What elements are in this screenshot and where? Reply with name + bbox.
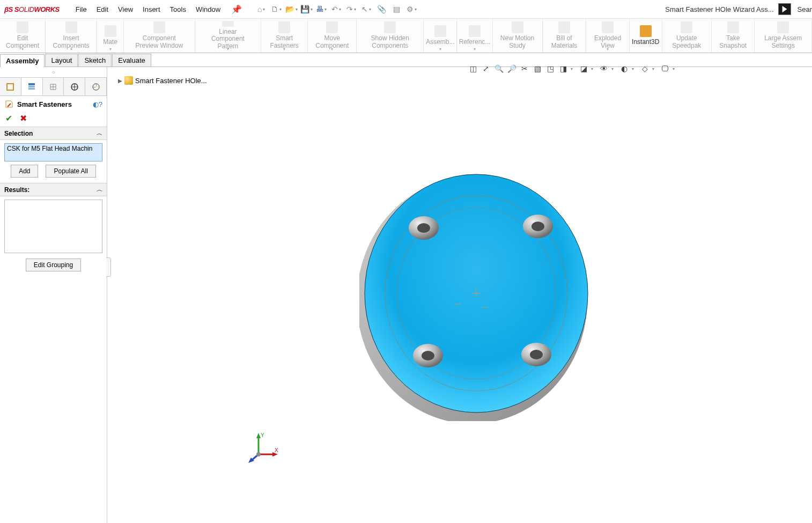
attach-icon[interactable]: 📎 xyxy=(374,3,389,15)
options-icon[interactable]: ⚙▾ xyxy=(404,3,419,15)
results-label: Results: xyxy=(4,186,29,194)
ribbon-icon xyxy=(469,25,481,37)
ribbon-label: Show Hidden Components xyxy=(363,35,417,50)
new-icon[interactable]: 🗋▾ xyxy=(269,3,284,15)
ribbon-icon xyxy=(558,21,570,33)
ribbon-label: Update Speedpak xyxy=(669,35,705,50)
ribbon-label: Mate xyxy=(103,39,117,46)
select-icon[interactable]: ↖▾ xyxy=(359,3,374,15)
undo-icon[interactable]: ↶▾ xyxy=(329,3,344,15)
ribbon-icon xyxy=(384,21,396,33)
ribbon-icon xyxy=(105,25,116,37)
pm-okcancel: ✔ ✖ xyxy=(0,112,107,127)
search-button[interactable] xyxy=(778,3,791,15)
ribbon-mate[interactable]: Mate▾ xyxy=(97,19,124,53)
ribbon-bill-of-materials[interactable]: Bill of Materials xyxy=(543,19,587,53)
ribbon-label: Component Preview Window xyxy=(130,35,188,50)
dropdown-icon: ▾ xyxy=(331,47,333,51)
flange-model[interactable] xyxy=(359,169,590,421)
ribbon-component-preview-window[interactable]: Component Preview Window xyxy=(124,19,195,53)
dropdown-icon: ▾ xyxy=(227,47,229,51)
svg-point-18 xyxy=(530,350,543,359)
svg-point-31 xyxy=(256,452,261,456)
ribbon-update-speedpak[interactable]: Update Speedpak xyxy=(662,19,712,53)
menu-tools[interactable]: Tools xyxy=(166,3,190,16)
title-area: Smart Fastener HOle Wizard Ass... Sear xyxy=(665,3,812,15)
ribbon-icon xyxy=(434,25,446,37)
svg-marker-24 xyxy=(256,433,261,438)
ribbon-insert-components[interactable]: Insert Components▾ xyxy=(46,19,97,53)
ok-button[interactable]: ✔ xyxy=(5,113,12,123)
chevron-up-icon: ︿ xyxy=(97,129,102,137)
selection-label: Selection xyxy=(4,130,33,137)
svg-rect-3 xyxy=(28,88,35,90)
dropdown-icon: ▾ xyxy=(109,47,112,51)
ribbon-label: Instant3D xyxy=(632,39,659,46)
ribbon-take-snapshot[interactable]: Take Snapshot xyxy=(712,19,755,53)
dropdown-icon: ▾ xyxy=(439,47,441,51)
ribbon-show-hidden-components[interactable]: Show Hidden Components xyxy=(357,19,424,53)
pm-title: Smart Fasteners xyxy=(17,100,72,108)
rebuild-icon[interactable]: ▤ xyxy=(389,3,404,15)
ribbon-instant3d[interactable]: Instant3D xyxy=(630,19,662,53)
ribbon-move-component[interactable]: Move Component▾ xyxy=(308,19,357,53)
svg-point-16 xyxy=(422,351,434,360)
results-list[interactable] xyxy=(4,200,102,253)
menu-insert[interactable]: Insert xyxy=(138,3,165,16)
svg-rect-1 xyxy=(28,83,35,85)
menu-file[interactable]: File xyxy=(71,3,91,16)
ribbon-linear-component-pattern[interactable]: Linear Component Pattern▾ xyxy=(195,19,261,53)
dropdown-icon: ▾ xyxy=(70,47,72,51)
menu-view[interactable]: View xyxy=(114,3,137,16)
results-section-header[interactable]: Results: ︿ xyxy=(0,183,107,196)
selection-section-header[interactable]: Selection ︿ xyxy=(0,127,107,140)
config-manager-tab[interactable] xyxy=(43,78,64,95)
ribbon: Edit Component▾Insert Components▾Mate▾Co… xyxy=(0,18,812,53)
property-manager-panel: ○ Smart Fasteners ◐? ✔ ✖ Selection ︿ CSK… xyxy=(0,67,107,523)
tab-sketch[interactable]: Sketch xyxy=(78,54,112,67)
redo-icon[interactable]: ↷▾ xyxy=(344,3,359,15)
menu-edit[interactable]: Edit xyxy=(92,3,113,16)
panel-handle[interactable]: ○ xyxy=(0,67,107,78)
ribbon-smart-fasteners[interactable]: Smart Fasteners▾ xyxy=(261,19,308,53)
panel-tabs xyxy=(0,78,107,96)
feature-tree-tab[interactable] xyxy=(0,78,21,95)
property-manager-tab[interactable] xyxy=(21,78,43,95)
ribbon-assemb-[interactable]: Assemb...▾ xyxy=(424,19,457,53)
ribbon-new-motion-study[interactable]: New Motion Study xyxy=(493,19,543,53)
home-icon[interactable]: ⌂▾ xyxy=(254,3,269,15)
ribbon-label: Assemb... xyxy=(426,39,454,46)
tab-evaluate[interactable]: Evaluate xyxy=(112,54,151,67)
ribbon-icon xyxy=(727,21,739,33)
ribbon-edit-component[interactable]: Edit Component▾ xyxy=(0,19,46,53)
open-icon[interactable]: 📂▾ xyxy=(284,3,299,15)
ribbon-icon xyxy=(681,21,692,33)
print-icon[interactable]: 🖶▾ xyxy=(314,3,329,15)
save-icon[interactable]: 💾▾ xyxy=(299,3,314,15)
main-menu: File Edit View Insert Tools Window xyxy=(71,3,225,16)
cancel-button[interactable]: ✖ xyxy=(20,113,27,123)
ribbon-icon xyxy=(222,21,234,27)
selection-list[interactable]: CSK for M5 Flat Head Machin xyxy=(4,143,102,161)
ribbon-large-assem-settings[interactable]: Large Assem Settings xyxy=(755,19,812,53)
svg-text:X: X xyxy=(275,447,278,453)
ribbon-referenc-[interactable]: Referenc...▾ xyxy=(457,19,492,53)
pin-icon[interactable]: 📌 xyxy=(228,3,245,16)
appearance-tab[interactable] xyxy=(85,78,107,95)
svg-rect-0 xyxy=(7,84,13,90)
ribbon-exploded-view[interactable]: Exploded View▾ xyxy=(586,19,629,53)
ribbon-label: Referenc... xyxy=(459,39,491,46)
dropdown-icon: ▾ xyxy=(607,47,609,51)
tab-assembly[interactable]: Assembly xyxy=(0,54,45,67)
help-icon[interactable]: ◐? xyxy=(93,100,102,108)
search-label: Sear xyxy=(798,5,812,13)
populate-all-button[interactable]: Populate All xyxy=(46,165,95,178)
dim-manager-tab[interactable] xyxy=(64,78,85,95)
tab-layout[interactable]: Layout xyxy=(45,54,78,67)
ribbon-icon xyxy=(512,21,523,33)
menu-window[interactable]: Window xyxy=(191,3,225,16)
view-triad[interactable]: Y X xyxy=(247,432,279,464)
add-button[interactable]: Add xyxy=(11,165,38,178)
graphics-viewport[interactable]: Y X xyxy=(107,67,812,523)
edit-grouping-button[interactable]: Edit Grouping xyxy=(26,259,81,271)
